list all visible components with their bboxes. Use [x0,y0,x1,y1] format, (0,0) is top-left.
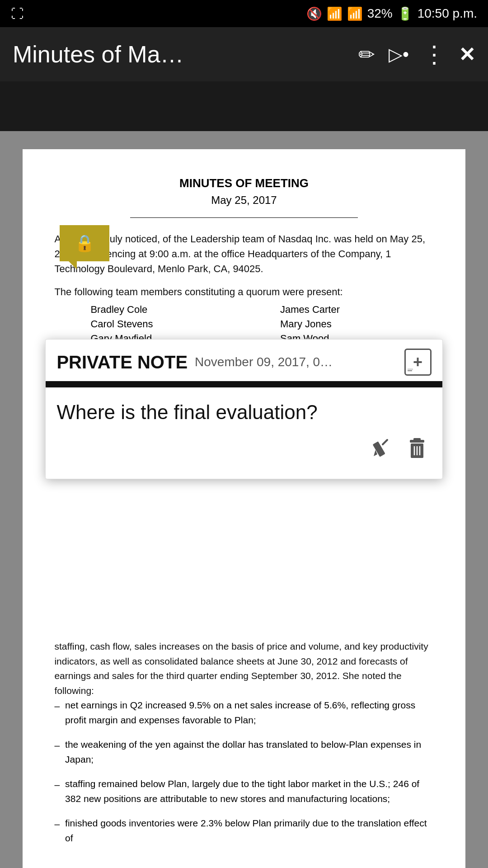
status-bar: ⛶ 🔇 📶 📶 32% 🔋 10:50 p.m. [0,0,488,27]
wifi-icon: 📶 [327,6,343,21]
trash-icon [407,437,427,461]
bullet-list: – net earnings in Q2 increased 9.5% on a… [54,698,433,845]
document-title: MINUTES OF MEETING [54,176,433,190]
edit-document-icon[interactable]: ✏ [358,43,375,66]
private-note-body: Where is the final evaluation? [46,387,442,479]
image-icon: ⛶ [11,6,23,21]
add-note-button[interactable]: + [404,349,432,376]
body-paragraph: staffing, cash flow, sales increases on … [54,639,433,698]
bullet-item-3: – staffing remained below Plan, largely … [54,777,433,806]
attendee-carol-stevens: Carol Stevens [90,318,244,330]
private-note-text: Where is the final evaluation? [56,401,431,424]
battery-percent: 32% [367,6,393,21]
more-options-icon[interactable]: ⋮ [422,41,445,68]
bullet-item-1: – net earnings in Q2 increased 9.5% on a… [54,698,433,727]
note-action-buttons [56,437,431,470]
add-note-icon: + [413,353,422,372]
edit-note-button[interactable] [371,437,391,465]
note-divider [46,381,442,387]
document-page: 🔒 MINUTES OF MEETING May 25, 2017 A meet… [23,149,465,868]
attendees-intro: The following team members constituting … [54,284,433,299]
dash-1: – [54,699,60,727]
bubble-tail-icon [408,369,413,373]
document-intro-text: A meeting, duly noticed, of the Leadersh… [54,231,433,276]
dash-3: – [54,778,60,806]
time: 10:50 p.m. [418,6,477,21]
toolbar-area [0,81,488,131]
attendee-mary-jones: Mary Jones [244,318,398,330]
private-note-header: PRIVATE NOTE November 09, 2017, 0… + [46,340,442,381]
battery-icon: 🔋 [397,6,413,21]
lock-icon: 🔒 [75,234,95,253]
document-date: May 25, 2017 [54,194,433,207]
private-note-date: November 09, 2017, 0… [195,355,397,369]
document-area: 🔒 MINUTES OF MEETING May 25, 2017 A meet… [0,131,488,868]
status-left: ⛶ [11,6,23,21]
share-icon[interactable]: ▷• [389,44,409,65]
status-right: 🔇 📶 📶 32% 🔋 10:50 p.m. [306,6,477,21]
attendee-bradley-cole: Bradley Cole [90,304,244,316]
dash-4: – [54,817,60,845]
close-icon[interactable]: ✕ [459,43,475,66]
private-note-label: PRIVATE NOTE [56,352,188,373]
svg-rect-6 [413,438,421,441]
intro-paragraph: A meeting, duly noticed, of the Leadersh… [54,231,433,276]
lock-annotation[interactable]: 🔒 [60,225,109,261]
app-bar: Minutes of Ma… ✏ ▷• ⋮ ✕ [0,27,488,81]
delete-note-button[interactable] [407,437,427,465]
bullet-text-2: the weakening of the yen against the dol… [65,737,434,767]
app-bar-icons: ✏ ▷• ⋮ ✕ [358,41,475,68]
bullet-text-3: staffing remained below Plan, largely du… [65,777,434,806]
mute-icon: 🔇 [306,6,322,21]
pencil-icon [371,437,391,459]
private-note-popup: PRIVATE NOTE November 09, 2017, 0… + Whe… [45,339,442,479]
bullet-text-4: finished goods inventories were 2.3% bel… [65,816,434,845]
title-divider [130,217,358,218]
bullet-item-4: – finished goods inventories were 2.3% b… [54,816,433,845]
svg-line-4 [383,440,387,444]
dash-2: – [54,738,60,767]
app-bar-title: Minutes of Ma… [13,41,349,68]
bullet-text-1: net earnings in Q2 increased 9.5% on a n… [65,698,434,727]
bullet-item-2: – the weakening of the yen against the d… [54,737,433,767]
signal-icon: 📶 [347,6,363,21]
attendee-james-carter: James Carter [244,304,398,316]
body-text-section: staffing, cash flow, sales increases on … [54,639,433,846]
